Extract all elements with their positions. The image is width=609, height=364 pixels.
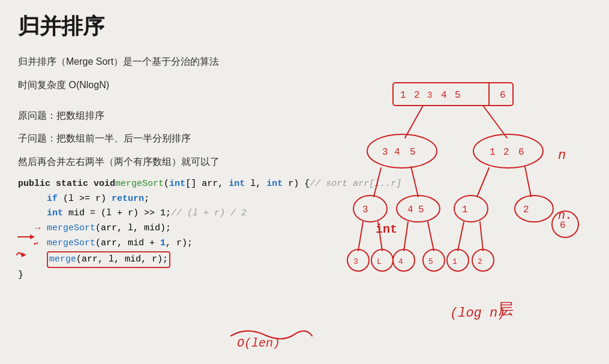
svg-point-45 bbox=[423, 249, 445, 271]
svg-rect-0 bbox=[393, 83, 513, 106]
comment-2: // (l + r) / 2 bbox=[171, 206, 247, 221]
svg-text:3: 3 bbox=[382, 147, 388, 158]
svg-point-49 bbox=[472, 249, 494, 271]
svg-point-27 bbox=[454, 195, 488, 222]
svg-line-34 bbox=[378, 222, 382, 251]
fn-mergesort-call-1: mergeSort bbox=[47, 221, 95, 236]
if-stmt: if (l >= r) return; bbox=[47, 192, 149, 207]
svg-point-41 bbox=[371, 249, 393, 271]
call-1-params: (arr, l, mid); bbox=[95, 221, 171, 236]
svg-text:1: 1 bbox=[490, 147, 496, 158]
svg-point-39 bbox=[347, 249, 369, 271]
svg-line-36 bbox=[428, 222, 434, 251]
svg-text:2: 2 bbox=[523, 204, 529, 215]
fn-mergesort: mergeSort bbox=[115, 177, 164, 192]
svg-line-20 bbox=[477, 168, 489, 197]
svg-line-37 bbox=[458, 222, 464, 251]
svg-point-10 bbox=[367, 134, 437, 168]
svg-text:4: 4 bbox=[441, 90, 447, 101]
svg-text:6: 6 bbox=[518, 147, 524, 158]
svg-point-43 bbox=[393, 249, 415, 271]
svg-line-35 bbox=[404, 222, 408, 251]
svg-point-22 bbox=[353, 195, 387, 222]
svg-line-21 bbox=[525, 167, 531, 197]
svg-text:3: 3 bbox=[362, 204, 368, 215]
svg-text:3: 3 bbox=[427, 91, 432, 100]
diagram-area: .hand { stroke: #cc2222; stroke-width: 2… bbox=[345, 78, 597, 294]
svg-text:n: n bbox=[558, 148, 566, 163]
merge-params: (arr, l, mid, r); bbox=[76, 254, 168, 264]
svg-text:2: 2 bbox=[478, 257, 482, 266]
arrow-2: ↩ bbox=[34, 237, 38, 250]
call-2-params: (arr, mid + 1, r); bbox=[95, 236, 193, 251]
kw-public: public static void bbox=[18, 177, 115, 192]
merge-highlight: merge(arr, l, mid, r); bbox=[47, 251, 170, 269]
svg-text:O(len): O(len) bbox=[237, 336, 280, 350]
svg-text:2: 2 bbox=[414, 90, 420, 101]
fn-mergesort-call-2: mergeSort bbox=[47, 236, 95, 251]
svg-point-29 bbox=[515, 195, 553, 222]
diagram-svg: .hand { stroke: #cc2222; stroke-width: 2… bbox=[345, 78, 597, 294]
page-title: 归并排序 bbox=[18, 12, 591, 41]
svg-text:4: 4 bbox=[394, 147, 400, 158]
desc-line-1: 归并排序（Merge Sort）是一个基于分治的算法 bbox=[18, 53, 591, 71]
svg-text:(log n): (log n) bbox=[450, 306, 505, 321]
svg-text:1: 1 bbox=[452, 257, 457, 266]
svg-line-8 bbox=[405, 106, 423, 138]
svg-text:5: 5 bbox=[428, 257, 433, 266]
svg-text:L: L bbox=[377, 257, 382, 266]
svg-text:3: 3 bbox=[353, 257, 358, 266]
svg-text:4: 4 bbox=[398, 257, 403, 266]
svg-text:5: 5 bbox=[418, 204, 424, 215]
fn-merge: merge bbox=[49, 254, 76, 264]
svg-text:2: 2 bbox=[503, 147, 509, 158]
svg-text:1: 1 bbox=[400, 90, 406, 101]
svg-line-9 bbox=[483, 106, 507, 138]
arrow-1: → bbox=[35, 221, 41, 236]
mid-stmt: int mid = (l + r) >> 1; bbox=[47, 206, 171, 221]
svg-text:n.: n. bbox=[558, 209, 572, 222]
svg-text:4: 4 bbox=[407, 204, 413, 215]
svg-text:层: 层 bbox=[498, 301, 514, 319]
svg-line-38 bbox=[480, 222, 483, 251]
svg-text:6: 6 bbox=[500, 90, 506, 101]
svg-point-47 bbox=[447, 249, 469, 271]
svg-text:1: 1 bbox=[462, 204, 468, 215]
svg-text:5: 5 bbox=[455, 90, 461, 101]
svg-line-18 bbox=[374, 168, 381, 197]
svg-line-33 bbox=[358, 222, 363, 251]
svg-line-19 bbox=[411, 167, 418, 197]
svg-text:5: 5 bbox=[410, 147, 416, 158]
code-params: (int[] arr, int l, int r) { bbox=[164, 177, 310, 192]
closing-brace: } bbox=[18, 268, 23, 283]
